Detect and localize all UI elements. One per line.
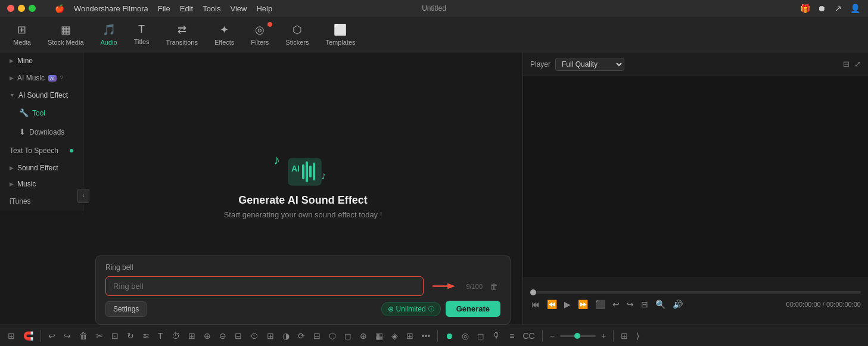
sidebar-sound-effect-label: Sound Effect xyxy=(17,164,58,172)
rotate-button[interactable]: ↻ xyxy=(124,329,137,343)
stabilize-button[interactable]: ⊕ xyxy=(357,329,370,343)
toolbar-transitions-label: Transitions xyxy=(166,39,198,46)
group-button[interactable]: ⊞ xyxy=(264,329,277,343)
chroma-button[interactable]: ◈ xyxy=(388,329,401,343)
zoom-in-timeline[interactable]: ⊕ xyxy=(201,329,214,343)
toolbar-media[interactable]: ⊞ Media xyxy=(5,20,39,49)
grid-button[interactable]: ⊞ xyxy=(5,329,18,343)
settings-button[interactable]: Settings xyxy=(105,301,147,317)
menu-edit[interactable]: Edit xyxy=(180,4,193,13)
play-button[interactable]: ▶ xyxy=(563,298,572,310)
char-count: 9/100 xyxy=(466,283,483,290)
maximize-button[interactable] xyxy=(29,5,36,12)
record-icon[interactable]: ⏺ xyxy=(816,2,827,14)
ai-sound-chevron: ▼ xyxy=(10,92,15,98)
fx-button[interactable]: ◎ xyxy=(459,329,472,343)
redo-button[interactable]: ↪ xyxy=(61,329,74,343)
split-button[interactable]: ⊟ xyxy=(232,329,245,343)
undo-button[interactable]: ↩ xyxy=(45,329,58,343)
sidebar-item-music[interactable]: ▶ Music xyxy=(2,176,80,192)
toolbar-templates[interactable]: ⬜ Templates xyxy=(317,20,363,49)
toolbar-audio[interactable]: 🎵 Audio xyxy=(92,20,126,49)
mask-button[interactable]: ◻ xyxy=(341,329,354,343)
screen-split-button[interactable]: ⊞ xyxy=(403,329,416,343)
snapshot-button[interactable]: ⬛ xyxy=(594,298,606,310)
zoom-plus-button[interactable]: + xyxy=(598,329,609,343)
split-view-icon[interactable]: ⊟ xyxy=(843,60,850,68)
audio-wave-button[interactable]: ≋ xyxy=(139,329,153,343)
mic-button[interactable]: 🎙 xyxy=(490,329,504,343)
mine-chevron: ▶ xyxy=(10,58,14,64)
motion-button[interactable]: ⟳ xyxy=(295,329,308,343)
skip-back-button[interactable]: ⏮ xyxy=(530,298,541,310)
traffic-lights xyxy=(7,5,36,12)
magnet-button[interactable]: 🧲 xyxy=(20,329,36,343)
menu-help[interactable]: Help xyxy=(256,4,272,13)
sidebar-item-sound-effect[interactable]: ▶ Sound Effect xyxy=(2,160,80,176)
track-button[interactable]: ≡ xyxy=(506,329,517,343)
sidebar-item-itunes[interactable]: iTunes xyxy=(2,192,80,210)
toolbar-transitions[interactable]: ⇄ Transitions xyxy=(158,20,206,49)
layout-grid-button[interactable]: ⊞ xyxy=(618,329,631,343)
help-icon[interactable]: ? xyxy=(60,75,64,82)
gift-icon[interactable]: 🎁 xyxy=(799,2,811,14)
zoom-out-button[interactable]: 🔊 xyxy=(671,298,684,310)
menu-apple[interactable]: 🍎 xyxy=(55,4,64,13)
step-back-button[interactable]: ⏪ xyxy=(546,298,558,310)
toolbar-templates-label: Templates xyxy=(325,39,355,46)
quality-select[interactable]: Full Quality Half Quality Quarter Qualit… xyxy=(555,58,624,71)
toolbar-filters[interactable]: ◎ Filters xyxy=(242,20,277,49)
progress-bar[interactable] xyxy=(530,291,861,294)
toolbar-stickers[interactable]: ⬡ Stickers xyxy=(277,20,317,49)
sound-effect-input[interactable] xyxy=(105,276,424,296)
close-button[interactable] xyxy=(7,5,14,12)
toolbar-titles[interactable]: T Titles xyxy=(126,20,158,49)
sidebar-item-tool[interactable]: 🔧 Tool xyxy=(2,104,80,122)
step-forward-button[interactable]: ⏩ xyxy=(577,298,589,310)
zoom-minus-button[interactable]: − xyxy=(547,329,558,343)
delete-button[interactable]: 🗑 xyxy=(76,329,91,343)
sticker-tool-button[interactable]: ⬡ xyxy=(326,329,339,343)
forward-button[interactable]: ↪ xyxy=(626,298,635,310)
sidebar-item-mine[interactable]: ▶ Mine xyxy=(2,53,80,68)
menu-file[interactable]: File xyxy=(158,4,170,13)
menu-tools[interactable]: Tools xyxy=(203,4,220,13)
zoom-in-button[interactable]: 🔍 xyxy=(654,298,667,310)
zoom-out-timeline[interactable]: ⊖ xyxy=(216,329,229,343)
color-grade-button[interactable]: ◑ xyxy=(279,329,293,343)
sidebar-item-downloads[interactable]: ⬇ Downloads xyxy=(2,123,80,141)
progress-thumb[interactable] xyxy=(530,289,536,295)
mosaic-button[interactable]: ▦ xyxy=(372,329,386,343)
sidebar-collapse-button[interactable]: ‹ xyxy=(77,189,89,203)
speed-button[interactable]: ⏱ xyxy=(169,329,183,343)
filters-badge xyxy=(267,22,272,27)
unlimited-help-icon[interactable]: ⓘ xyxy=(428,305,434,313)
menu-view[interactable]: View xyxy=(230,4,247,13)
generate-button[interactable]: Generate xyxy=(446,301,500,317)
toolbar-effects[interactable]: ✦ Effects xyxy=(206,20,242,49)
minimize-button[interactable] xyxy=(18,5,25,12)
record-dot-button[interactable]: ⏺ xyxy=(442,329,456,343)
user-icon[interactable]: 👤 xyxy=(849,2,861,14)
expand-button[interactable]: ⟩ xyxy=(633,329,642,343)
rewind-button[interactable]: ↩ xyxy=(611,298,621,310)
duration-button[interactable]: ⏲ xyxy=(247,329,262,343)
sound-effect-chevron: ▶ xyxy=(10,165,14,171)
sidebar-item-ai-sound-effect[interactable]: ▼ AI Sound Effect xyxy=(2,88,80,103)
more-button[interactable]: ••• xyxy=(419,329,434,343)
share-icon[interactable]: ↗ xyxy=(832,2,844,14)
crop-view-button[interactable]: ⊟ xyxy=(640,298,649,310)
transform-button[interactable]: ⊞ xyxy=(185,329,198,343)
fullscreen-icon[interactable]: ⤢ xyxy=(854,60,861,68)
cut-button[interactable]: ✂ xyxy=(93,329,106,343)
clear-input-button[interactable]: 🗑 xyxy=(487,279,500,294)
text-button[interactable]: T xyxy=(155,329,166,343)
sidebar-item-ai-music[interactable]: ▶ AI Music AI ? xyxy=(2,69,80,87)
sidebar-item-text-to-speech[interactable]: Text To Speech xyxy=(2,142,80,160)
clip-button[interactable]: ◻ xyxy=(474,329,487,343)
toolbar-stock-media[interactable]: ▦ Stock Media xyxy=(39,20,92,49)
overlay-button[interactable]: ⊟ xyxy=(310,329,323,343)
subtitle-button[interactable]: CC xyxy=(519,329,537,343)
zoom-slider[interactable] xyxy=(560,335,596,337)
crop-button[interactable]: ⊡ xyxy=(108,329,122,343)
